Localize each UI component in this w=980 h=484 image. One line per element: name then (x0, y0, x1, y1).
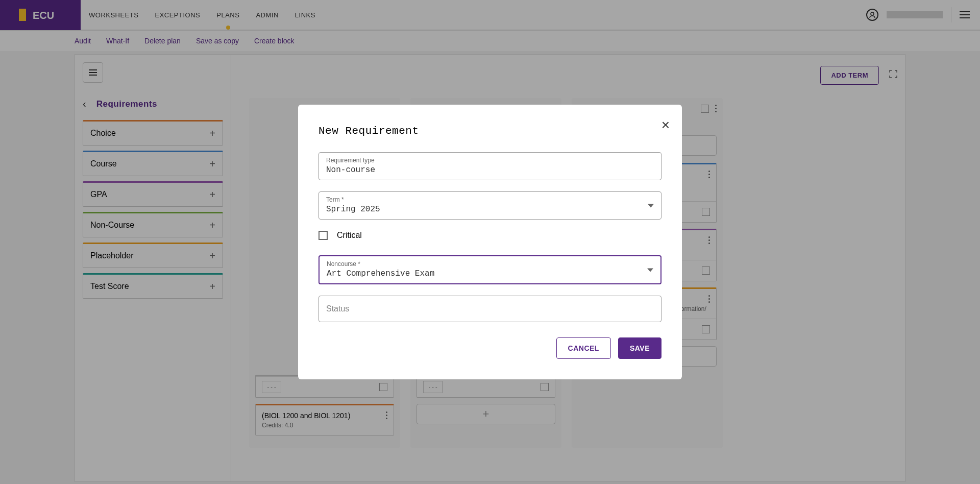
cancel-button[interactable]: CANCEL (556, 337, 611, 359)
close-icon[interactable]: × (662, 117, 670, 133)
field-label: Requirement type (326, 157, 654, 164)
chevron-down-icon (647, 268, 653, 272)
critical-label: Critical (337, 231, 362, 240)
field-value: Non-course (326, 165, 375, 175)
new-requirement-modal: New Requirement × Requirement type Non-c… (298, 105, 682, 379)
field-value: Art Comprehensive Exam (327, 269, 434, 278)
field-label: Noncourse * (327, 260, 653, 268)
modal-overlay: New Requirement × Requirement type Non-c… (0, 0, 980, 484)
field-label: Status (326, 304, 349, 313)
chevron-down-icon (648, 204, 654, 207)
term-select[interactable]: Term * Spring 2025 (318, 191, 662, 220)
save-button[interactable]: SAVE (618, 337, 662, 359)
status-select[interactable]: Status (318, 296, 662, 322)
critical-checkbox[interactable] (318, 231, 328, 240)
requirement-type-select[interactable]: Requirement type Non-course (318, 152, 662, 180)
modal-title: New Requirement (318, 125, 662, 137)
field-label: Term * (326, 196, 654, 203)
noncourse-select[interactable]: Noncourse * Art Comprehensive Exam (318, 255, 662, 284)
field-value: Spring 2025 (326, 205, 380, 214)
